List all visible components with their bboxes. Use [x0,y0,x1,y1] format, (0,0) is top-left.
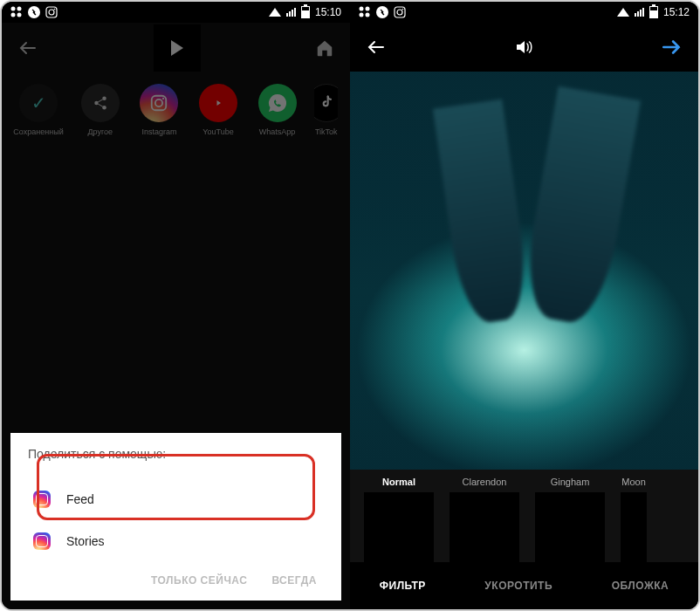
editor-background: ✓ Сохраненный Другое Instagram [2,23,350,609]
signal-icon [286,8,296,17]
svg-rect-5 [46,7,57,17]
phone-left: 15:10 ✓ Сохраненный [2,2,350,609]
status-dots-icon [10,6,23,18]
status-time: 15:10 [315,6,341,18]
instagram-icon [33,532,51,550]
svg-point-15 [366,7,370,11]
status-time: 15:12 [663,6,690,18]
just-once-button[interactable]: ТОЛЬКО СЕЙЧАС [151,574,247,587]
instagram-status-icon [394,6,406,18]
filter-thumb [450,492,519,562]
svg-point-21 [402,9,404,10]
tab-trim[interactable]: УКОРОТИТЬ [484,580,552,592]
wifi-icon [617,8,629,17]
phone-right: 15:12 Normal Clarendon [350,2,698,609]
svg-rect-19 [395,7,405,17]
share-option-stories[interactable]: Stories [28,520,324,562]
instagram-topbar [350,23,698,72]
signal-icon [635,8,644,17]
svg-point-3 [17,13,22,17]
filter-thumb [535,492,605,562]
filter-gingham[interactable]: Gingham [535,477,605,562]
svg-point-1 [17,7,22,11]
battery-icon [301,6,310,18]
status-bar: 15:12 [350,2,698,23]
preview-frame [350,72,698,470]
svg-point-17 [366,13,370,17]
share-sheet-title: Поделиться с помощью: [28,447,324,461]
svg-point-0 [11,7,16,11]
status-bar: 15:10 [2,2,350,23]
share-option-feed[interactable]: Feed [28,478,324,520]
filter-clarendon[interactable]: Clarendon [450,477,519,562]
svg-point-2 [11,13,16,17]
svg-point-16 [360,13,364,17]
video-preview[interactable] [350,72,698,470]
tab-cover[interactable]: ОБЛОЖКА [612,580,669,592]
always-button[interactable]: ВСЕГДА [271,574,317,587]
status-dots-icon [359,6,371,18]
filter-strip[interactable]: Normal Clarendon Gingham Moon [350,470,698,562]
editor-tabs: ФИЛЬТР УКОРОТИТЬ ОБЛОЖКА [350,562,698,609]
filter-normal[interactable]: Normal [364,477,434,562]
filter-moon[interactable]: Moon [621,477,647,562]
instagram-icon [33,491,51,508]
svg-point-14 [360,7,364,11]
back-button[interactable] [366,37,387,58]
svg-point-7 [54,9,56,10]
svg-point-6 [49,10,54,15]
sound-toggle[interactable] [513,37,534,58]
filter-thumb [621,492,647,562]
share-sheet: Поделиться с помощью: Feed Stories ТОЛЬК… [10,433,341,601]
wifi-icon [269,8,281,17]
shazam-icon [376,6,388,18]
filter-thumb [364,492,434,562]
screenshot-pair: 15:10 ✓ Сохраненный [0,0,700,611]
tab-filter[interactable]: ФИЛЬТР [380,580,426,592]
battery-icon [649,6,658,18]
shazam-icon [28,6,40,18]
next-button[interactable] [660,36,683,58]
svg-point-20 [397,10,402,15]
instagram-status-icon [45,6,58,18]
